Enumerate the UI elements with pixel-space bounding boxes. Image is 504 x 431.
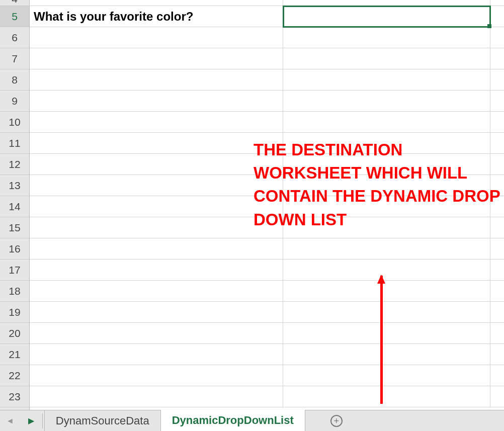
add-worksheet-button[interactable]: + [325, 410, 348, 432]
cell-b19[interactable] [283, 302, 490, 322]
cell-b6[interactable] [283, 27, 490, 48]
row-23 [30, 386, 504, 407]
cell-a15[interactable] [30, 217, 283, 238]
row-header-12[interactable]: 12 [0, 154, 29, 175]
row-15 [30, 217, 504, 238]
row-header-5[interactable]: 5 [0, 6, 29, 27]
cell-b20[interactable] [283, 323, 490, 343]
row-20 [30, 323, 504, 344]
row-header-9[interactable]: 9 [0, 91, 29, 112]
row-4 [30, 0, 504, 6]
spreadsheet-grid: 4 5 6 7 8 9 10 11 12 13 14 15 16 17 18 1… [0, 0, 504, 410]
row-header-18[interactable]: 18 [0, 281, 29, 302]
row-11 [30, 133, 504, 154]
tab-divider [42, 413, 43, 428]
cell-a12[interactable] [30, 154, 283, 175]
row-header-20[interactable]: 20 [0, 323, 29, 344]
cell-a22[interactable] [30, 365, 283, 386]
row-17 [30, 260, 504, 281]
row-header-16[interactable]: 16 [0, 238, 29, 260]
cell-a6[interactable] [30, 27, 283, 48]
row-header-7[interactable]: 7 [0, 48, 29, 69]
cell-a23[interactable] [30, 386, 283, 407]
cell-b22[interactable] [283, 365, 490, 386]
row-header-22[interactable]: 22 [0, 365, 29, 386]
cell-b21[interactable] [283, 344, 490, 365]
cell-b17[interactable] [283, 260, 490, 280]
cell-a9[interactable] [30, 91, 283, 111]
row-header-11[interactable]: 11 [0, 133, 29, 154]
tab-nav-prev-icon[interactable]: ◄ [6, 416, 14, 425]
tab-nav-controls: ◄ ▶ [0, 416, 40, 425]
worksheet-tab-bar: ◄ ▶ DynamSourceData DynamicDropDownList … [0, 410, 504, 431]
row-12 [30, 154, 504, 175]
row-8 [30, 69, 504, 91]
cell-a11[interactable] [30, 133, 283, 153]
cell-a4[interactable] [30, 0, 283, 6]
cell-a13[interactable] [30, 175, 283, 196]
cell-a8[interactable] [30, 69, 283, 90]
row-5: What is your favorite color? [30, 6, 504, 27]
cell-b7[interactable] [283, 48, 490, 69]
tab-dynamsourcedata[interactable]: DynamSourceData [44, 410, 161, 432]
row-header-10[interactable]: 10 [0, 112, 29, 133]
cell-b16[interactable] [283, 238, 490, 259]
row-header-15[interactable]: 15 [0, 217, 29, 238]
cell-b14[interactable] [283, 196, 490, 217]
cell-b9[interactable] [283, 91, 490, 111]
cell-a17[interactable] [30, 260, 283, 280]
row-16 [30, 238, 504, 260]
cell-b5[interactable] [283, 6, 490, 27]
cells-area: What is your favorite color? [30, 0, 504, 410]
row-18 [30, 281, 504, 302]
cell-a18[interactable] [30, 281, 283, 301]
row-6 [30, 27, 504, 48]
row-7 [30, 48, 504, 69]
row-21 [30, 344, 504, 365]
cell-b18[interactable] [283, 281, 490, 301]
cell-a5[interactable]: What is your favorite color? [30, 6, 283, 27]
row-header-4[interactable]: 4 [0, 0, 29, 6]
row-header-6[interactable]: 6 [0, 27, 29, 48]
cell-a16[interactable] [30, 238, 283, 259]
row-header-13[interactable]: 13 [0, 175, 29, 196]
row-headers-column: 4 5 6 7 8 9 10 11 12 13 14 15 16 17 18 1… [0, 0, 30, 410]
cell-b8[interactable] [283, 69, 490, 90]
cell-b23[interactable] [283, 386, 490, 407]
cell-b10[interactable] [283, 112, 490, 132]
row-header-8[interactable]: 8 [0, 69, 29, 91]
cell-b4[interactable] [283, 0, 490, 6]
row-header-21[interactable]: 21 [0, 344, 29, 365]
cell-a10[interactable] [30, 112, 283, 132]
cell-a21[interactable] [30, 344, 283, 365]
tab-dynamicdropdownlist[interactable]: DynamicDropDownList [160, 410, 305, 432]
row-14 [30, 196, 504, 217]
cell-a19[interactable] [30, 302, 283, 322]
row-13 [30, 175, 504, 196]
row-19 [30, 302, 504, 323]
tab-nav-next-icon[interactable]: ▶ [28, 416, 34, 425]
row-header-23[interactable]: 23 [0, 386, 29, 407]
cell-b13[interactable] [283, 175, 490, 196]
cell-a14[interactable] [30, 196, 283, 217]
row-header-17[interactable]: 17 [0, 260, 29, 281]
cell-a7[interactable] [30, 48, 283, 69]
plus-icon: + [330, 415, 343, 427]
cell-b15[interactable] [283, 217, 490, 238]
row-9 [30, 91, 504, 112]
cell-b12[interactable] [283, 154, 490, 175]
row-header-19[interactable]: 19 [0, 302, 29, 323]
grid-area: 4 5 6 7 8 9 10 11 12 13 14 15 16 17 18 1… [0, 0, 504, 410]
cell-b11[interactable] [283, 133, 490, 153]
cell-a20[interactable] [30, 323, 283, 343]
row-10 [30, 112, 504, 133]
row-header-14[interactable]: 14 [0, 196, 29, 217]
row-22 [30, 365, 504, 386]
